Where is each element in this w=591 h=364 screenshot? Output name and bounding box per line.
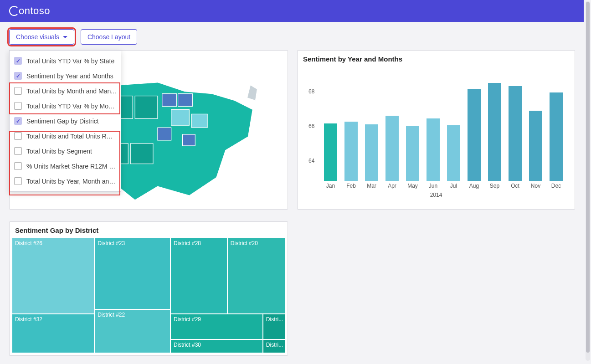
x-label: Dec — [551, 183, 561, 189]
dropdown-item-2[interactable]: Total Units by Month and Man... — [10, 83, 121, 98]
choose-layout-label: Choose Layout — [87, 33, 130, 41]
brand-text: ontoso — [19, 5, 50, 17]
checkbox-icon — [14, 162, 22, 170]
bar-Apr[interactable] — [385, 116, 399, 181]
checkbox-icon — [14, 57, 22, 65]
chevron-down-icon — [63, 36, 67, 38]
scrollbar-thumb[interactable] — [586, 2, 590, 353]
bar-Nov[interactable] — [529, 111, 543, 181]
dropdown-item-4[interactable]: Sentiment Gap by District — [10, 113, 121, 128]
treemap-cell[interactable]: Distri... — [263, 340, 285, 353]
y-tick: 64 — [308, 158, 314, 164]
choose-layout-button[interactable]: Choose Layout — [81, 29, 137, 45]
bar-Aug[interactable] — [468, 89, 481, 181]
svg-rect-5 — [191, 114, 207, 128]
y-tick: 68 — [308, 88, 314, 95]
dropdown-item-label: Total Units and Total Units R12... — [26, 133, 116, 140]
checkbox-icon — [14, 177, 22, 185]
checkbox-icon — [14, 147, 22, 155]
bar-Jun[interactable] — [427, 118, 440, 181]
sentiment-bar-card: Sentiment by Year and Months 646668 JanF… — [297, 50, 575, 210]
x-label: Nov — [531, 183, 540, 189]
bar-Oct[interactable] — [509, 86, 522, 181]
dropdown-item-6[interactable]: Total Units by Segment — [10, 144, 121, 159]
checkbox-icon — [14, 87, 22, 95]
bar-chart[interactable]: 646668 JanFebMarAprMayJunJulAugSepOctNov… — [302, 67, 570, 205]
x-label: May — [407, 183, 418, 189]
choose-visuals-label: Choose visuals — [16, 33, 59, 41]
svg-rect-11 — [162, 94, 177, 107]
toolbar: Choose visuals Choose Layout Total Units… — [0, 22, 591, 50]
checkbox-icon — [14, 132, 22, 140]
dropdown-item-5[interactable]: Total Units and Total Units R12... — [10, 128, 121, 144]
vertical-scrollbar[interactable] — [586, 1, 590, 361]
card-title: Sentiment Gap by District — [10, 222, 288, 237]
checkbox-icon — [14, 117, 22, 125]
brand-logo: ontoso — [9, 5, 50, 17]
svg-rect-12 — [178, 94, 193, 107]
x-label: Jun — [429, 183, 437, 189]
x-label: Oct — [511, 183, 519, 189]
dropdown-item-8[interactable]: Total Units by Year, Month and... — [10, 174, 121, 189]
x-label: Apr — [388, 183, 396, 189]
treemap-cell[interactable]: District #20 — [228, 238, 285, 313]
svg-rect-4 — [171, 109, 190, 125]
logo-icon — [9, 6, 19, 16]
bar-Feb[interactable] — [344, 122, 358, 181]
treemap-cell[interactable]: District #28 — [171, 238, 227, 313]
bar-year-label: 2014 — [430, 192, 442, 198]
svg-rect-10 — [130, 144, 153, 164]
dropdown-item-3[interactable]: Total Units YTD Var % by Mont... — [10, 98, 121, 113]
svg-rect-13 — [158, 128, 171, 140]
treemap-cell[interactable]: Distri... — [263, 314, 285, 339]
checkbox-icon — [14, 102, 22, 110]
dropdown-item-label: Total Units YTD Var % by State — [26, 57, 116, 65]
dropdown-item-label: Sentiment by Year and Months — [26, 72, 116, 80]
x-label: Mar — [367, 183, 376, 189]
treemap-cell[interactable]: District #32 — [12, 314, 94, 353]
treemap-cell[interactable]: District #30 — [171, 340, 262, 353]
dropdown-item-label: Total Units YTD Var % by Mont... — [26, 103, 116, 110]
bar-Jul[interactable] — [447, 125, 461, 181]
card-title: Sentiment by Year and Months — [298, 51, 575, 66]
y-tick: 66 — [308, 123, 314, 129]
x-label: Jan — [326, 183, 335, 189]
app-root: ontoso Choose visuals Choose Layout Tota… — [0, 0, 591, 364]
svg-rect-14 — [183, 134, 195, 146]
dropdown-item-label: Total Units by Year, Month and... — [26, 178, 116, 185]
sentiment-gap-card: Sentiment Gap by District District #26Di… — [9, 221, 288, 356]
treemap-area[interactable]: District #26District #32District #23Dist… — [12, 238, 285, 353]
treemap-cell[interactable]: District #26 — [12, 238, 94, 313]
visuals-dropdown: Total Units YTD Var % by StateSentiment … — [9, 50, 121, 192]
x-label: Feb — [346, 183, 356, 189]
dropdown-item-label: % Units Market Share R12M a... — [26, 163, 116, 170]
checkbox-icon — [14, 72, 22, 80]
dropdown-item-label: Total Units by Segment — [26, 148, 116, 155]
treemap-cell[interactable]: District #29 — [171, 314, 262, 339]
bar-May[interactable] — [406, 126, 420, 181]
bar-plot-area — [320, 71, 566, 181]
dropdown-item-1[interactable]: Sentiment by Year and Months — [10, 68, 121, 83]
x-label: Sep — [490, 183, 499, 189]
dropdown-item-label: Sentiment Gap by District — [26, 118, 116, 125]
bar-Sep[interactable] — [488, 83, 502, 181]
x-label: Aug — [469, 183, 479, 189]
bar-Jan[interactable] — [324, 123, 338, 181]
dropdown-item-7[interactable]: % Units Market Share R12M a... — [10, 159, 121, 174]
bar-Mar[interactable] — [365, 124, 379, 181]
choose-visuals-button[interactable]: Choose visuals — [9, 29, 74, 45]
x-label: Jul — [450, 183, 457, 189]
dropdown-item-label: Total Units by Month and Man... — [26, 87, 116, 95]
treemap-cell[interactable]: District #23 — [95, 238, 170, 309]
header-bar: ontoso — [0, 0, 584, 22]
bar-Dec[interactable] — [550, 92, 563, 181]
dropdown-item-0[interactable]: Total Units YTD Var % by State — [10, 53, 121, 68]
svg-rect-7 — [135, 96, 158, 119]
treemap-cell[interactable]: District #22 — [95, 310, 170, 353]
